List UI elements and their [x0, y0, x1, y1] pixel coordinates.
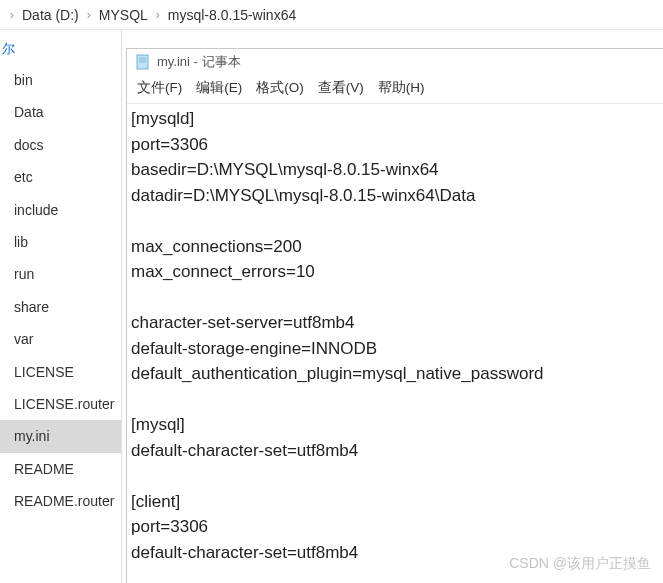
- file-item[interactable]: README: [0, 453, 121, 485]
- file-item[interactable]: include: [0, 194, 121, 226]
- file-item[interactable]: var: [0, 323, 121, 355]
- file-item[interactable]: LICENSE: [0, 356, 121, 388]
- file-list-sidebar: 尔 binDatadocsetcincludelibrunsharevarLIC…: [0, 30, 122, 583]
- file-item[interactable]: README.router: [0, 485, 121, 517]
- chevron-icon: ›: [8, 8, 16, 22]
- file-item[interactable]: my.ini: [0, 420, 121, 452]
- breadcrumb-item[interactable]: MYSQL: [99, 7, 148, 23]
- notepad-title: my.ini - 记事本: [157, 53, 241, 71]
- breadcrumb-item[interactable]: mysql-8.0.15-winx64: [168, 7, 296, 23]
- file-item[interactable]: LICENSE.router: [0, 388, 121, 420]
- file-item[interactable]: etc: [0, 161, 121, 193]
- menu-help[interactable]: 帮助(H): [378, 79, 425, 97]
- notepad-icon: [135, 54, 151, 70]
- chevron-icon: ›: [85, 8, 93, 22]
- file-item[interactable]: docs: [0, 129, 121, 161]
- breadcrumb-item[interactable]: Data (D:): [22, 7, 79, 23]
- sidebar-header: 尔: [0, 36, 121, 64]
- menu-file[interactable]: 文件(F): [137, 79, 182, 97]
- notepad-titlebar: my.ini - 记事本: [127, 49, 663, 75]
- menu-view[interactable]: 查看(V): [318, 79, 364, 97]
- chevron-icon: ›: [154, 8, 162, 22]
- file-item[interactable]: Data: [0, 96, 121, 128]
- notepad-menubar: 文件(F) 编辑(E) 格式(O) 查看(V) 帮助(H): [127, 75, 663, 103]
- menu-format[interactable]: 格式(O): [256, 79, 304, 97]
- file-item[interactable]: share: [0, 291, 121, 323]
- notepad-window: my.ini - 记事本 文件(F) 编辑(E) 格式(O) 查看(V) 帮助(…: [126, 48, 663, 583]
- breadcrumb: › Data (D:) › MYSQL › mysql-8.0.15-winx6…: [0, 0, 663, 30]
- notepad-content[interactable]: [mysqld] port=3306 basedir=D:\MYSQL\mysq…: [127, 103, 663, 583]
- file-item[interactable]: run: [0, 258, 121, 290]
- menu-edit[interactable]: 编辑(E): [196, 79, 242, 97]
- file-item[interactable]: lib: [0, 226, 121, 258]
- file-item[interactable]: bin: [0, 64, 121, 96]
